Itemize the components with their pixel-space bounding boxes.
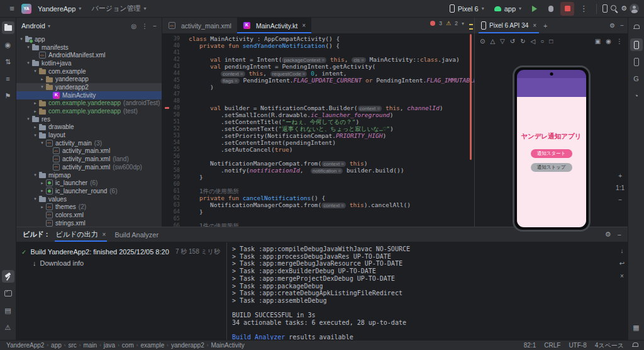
breadcrumb[interactable]: YandereApp2›app›src›main›java›com›exampl…: [6, 342, 245, 349]
tree-toggle-icon[interactable]: ▸: [39, 181, 45, 186]
tree-item[interactable]: ▸com.example.yandereapp(androidTest): [16, 99, 162, 108]
code-line[interactable]: 62private fun cancelNotifications() {: [162, 195, 474, 201]
code-line[interactable]: 44context = this, requestCode = 0, inten…: [162, 70, 474, 77]
device-selector[interactable]: Pixel 6 ▾: [446, 2, 488, 16]
settings-icon[interactable]: ⚙: [609, 22, 615, 29]
code-editor[interactable]: 39class MainActivity : AppCompatActivity…: [162, 34, 474, 227]
code-line[interactable]: 60: [162, 181, 474, 188]
debug-button[interactable]: [544, 2, 558, 16]
code-line[interactable]: 52.setContentText("返事くれないと、ちょっと寂しいな…♡"): [162, 125, 474, 132]
hide-icon[interactable]: −: [153, 23, 157, 30]
tree-item[interactable]: activity_main.xml(sw600dp): [16, 163, 162, 171]
run-configuration-selector[interactable]: app ▾: [491, 2, 525, 16]
terminal-icon[interactable]: [2, 287, 14, 300]
code-line[interactable]: 58.notify(notificationId, notification =…: [162, 167, 474, 174]
power-icon[interactable]: ⊙: [480, 38, 485, 45]
code-line[interactable]: 53.setPriority(NotificationCompat.PRIORI…: [162, 132, 474, 139]
tree-toggle-icon[interactable]: ▾: [25, 116, 31, 121]
code-line[interactable]: 47: [162, 91, 474, 98]
stop-button[interactable]: [560, 2, 574, 16]
tree-item[interactable]: activity_main.xml: [16, 147, 162, 155]
breadcrumb-item[interactable]: com: [122, 342, 134, 349]
tree-toggle-icon[interactable]: ▾: [32, 196, 38, 201]
file-encoding[interactable]: UTF-8: [569, 342, 586, 349]
back-icon[interactable]: ◁: [531, 38, 536, 45]
code-line[interactable]: 43val pendingIntent = PendingIntent.getA…: [162, 63, 474, 70]
zoom-out-button[interactable]: −: [618, 196, 622, 203]
tab-build-analyzer[interactable]: Build Analyzer: [113, 227, 160, 242]
structure-icon[interactable]: ≡: [2, 72, 14, 85]
code-line[interactable]: 45flags = PendingIntent.FLAG_UPDATE_CURR…: [162, 77, 474, 84]
code-line[interactable]: 51.setContentTitle("ーねぇ、今何してるの？"): [162, 118, 474, 125]
commit-icon[interactable]: ◉: [2, 38, 14, 51]
scroll-to-end-icon[interactable]: ↓: [621, 247, 624, 254]
tree-item[interactable]: ▾yanderapp2: [16, 83, 162, 91]
run-button[interactable]: [528, 2, 541, 16]
build-tree-item[interactable]: ✓Build YandereApp2: finished 2025/12/05 …: [21, 246, 226, 257]
tree-item[interactable]: colors.xml: [16, 211, 162, 219]
device-mirroring-icon[interactable]: [602, 4, 608, 13]
tab-activity-main-xml[interactable]: activity_main.xml: [162, 18, 237, 33]
tree-item[interactable]: ▸yandereapp: [16, 75, 162, 83]
tree-toggle-icon[interactable]: ▾: [32, 69, 38, 74]
breadcrumb-item[interactable]: YandereApp2: [6, 342, 44, 349]
tree-toggle-icon[interactable]: ▾: [25, 60, 31, 65]
code-line[interactable]: 46): [162, 84, 474, 91]
tree-toggle-icon[interactable]: ▸: [39, 77, 45, 82]
tree-toggle-icon[interactable]: ▸: [32, 125, 38, 130]
tree-item[interactable]: ▾activity_main(3): [16, 139, 162, 147]
breadcrumb-item[interactable]: src: [68, 342, 76, 349]
caret-position[interactable]: 82:1: [524, 342, 536, 349]
tree-toggle-icon[interactable]: ▸: [39, 188, 45, 193]
tree-item[interactable]: ▸ic_launcher_round(6): [16, 187, 162, 195]
code-line[interactable]: 48: [162, 98, 474, 104]
bookmarks-icon[interactable]: ⚑: [2, 89, 14, 102]
code-line[interactable]: 41: [162, 49, 474, 56]
code-line[interactable]: 56: [162, 153, 474, 160]
tree-toggle-icon[interactable]: ▾: [32, 172, 38, 178]
record-icon[interactable]: ◉: [606, 38, 611, 45]
notifications-icon[interactable]: [630, 21, 643, 34]
tree-item[interactable]: ▸com.example.yandereapp(test): [16, 107, 162, 115]
more-actions-button[interactable]: ⋮: [577, 2, 591, 16]
tree-item[interactable]: MainActivity: [16, 91, 162, 99]
breadcrumb-item[interactable]: MainActivity: [211, 342, 244, 349]
rotate-right-icon[interactable]: ↻: [520, 38, 525, 45]
volume-down-icon[interactable]: ▽: [500, 38, 505, 45]
code-line[interactable]: 40private fun sendYandereNotification() …: [162, 42, 474, 49]
locate-file-icon[interactable]: ◎: [131, 23, 136, 30]
code-line[interactable]: 42val intent = Intent(packageContext = t…: [162, 56, 474, 63]
tab-build-output[interactable]: ビルドの出力 ×: [55, 227, 108, 242]
problems-icon[interactable]: ⚠: [2, 321, 14, 334]
vcs-widget[interactable]: バージョン管理 ▾: [87, 2, 150, 16]
code-line[interactable]: 661件の使用箇所: [162, 222, 474, 227]
clear-all-icon[interactable]: ×: [620, 273, 624, 279]
project-view-mode[interactable]: Android: [21, 22, 45, 30]
home-icon[interactable]: ○: [540, 38, 544, 45]
code-line[interactable]: 54.setContentIntent(pendingIntent): [162, 139, 474, 146]
minimize-icon[interactable]: −: [620, 22, 624, 29]
build-analyzer-link[interactable]: Build Analyzer: [232, 334, 285, 340]
tree-item[interactable]: ▾mipmap: [16, 171, 162, 179]
code-line[interactable]: 57NotificationManagerCompat.from(context…: [162, 160, 474, 167]
breadcrumb-item[interactable]: yanderapp2: [171, 342, 204, 349]
tree-toggle-icon[interactable]: ▾: [18, 37, 25, 42]
tree-item[interactable]: ▾values: [16, 195, 162, 203]
pull-requests-icon[interactable]: ⇅: [2, 55, 14, 68]
build-console[interactable]: > Task :app:compileDebugJavaWithJavac NO…: [227, 242, 616, 340]
settings-icon[interactable]: ⚙: [621, 4, 627, 13]
code-line[interactable]: 59}: [162, 174, 474, 181]
zoom-reset-button[interactable]: 1:1: [616, 184, 625, 191]
tree-item[interactable]: activity_main.xml(land): [16, 155, 162, 163]
code-line[interactable]: 55.setAutoCancel(true): [162, 146, 474, 153]
code-line[interactable]: 63NotificationManagerCompat.from(context…: [162, 201, 474, 208]
code-line[interactable]: 49val builder = NotificationCompat.Build…: [162, 104, 474, 111]
more-icon[interactable]: ⋮: [142, 23, 148, 30]
code-line[interactable]: 50.setSmallIcon(R.drawable.ic_launcher_f…: [162, 111, 474, 118]
overview-icon[interactable]: □: [549, 38, 553, 45]
tree-item[interactable]: ▸themes(2): [16, 203, 162, 211]
settings-icon[interactable]: ⚙: [605, 230, 611, 239]
device-tab-pixel6[interactable]: Pixel 6 API 34 ×: [479, 18, 539, 33]
notifications-icon[interactable]: [632, 342, 638, 349]
device-manager-icon[interactable]: [630, 55, 643, 68]
